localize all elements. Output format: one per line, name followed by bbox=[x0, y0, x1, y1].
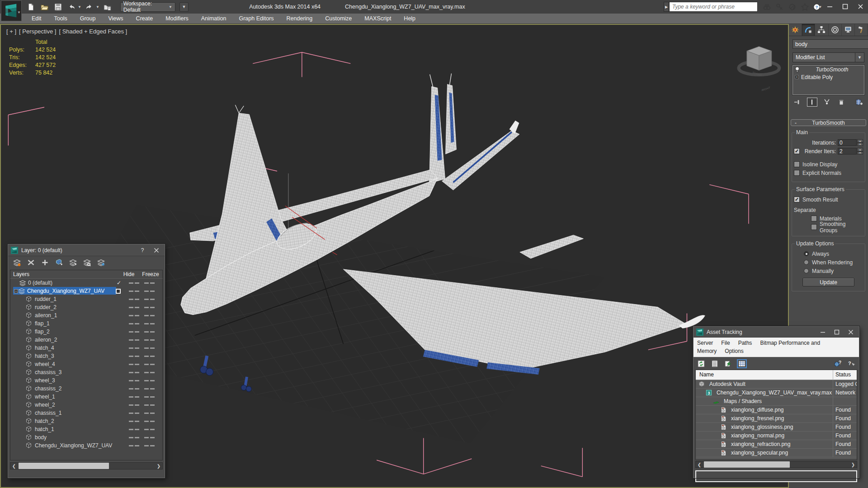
asset-menu-server[interactable]: Server bbox=[697, 340, 713, 346]
explicit-normals-checkbox[interactable] bbox=[794, 170, 800, 176]
layer-row-rudder-2[interactable]: rudder_2 bbox=[10, 303, 162, 311]
asset-row-xianglong-refraction-png[interactable]: xianglong_refraction.pngFound bbox=[696, 440, 857, 449]
scroll-right-icon[interactable]: ❯ bbox=[155, 463, 162, 469]
hide-toggle[interactable] bbox=[129, 291, 139, 292]
freeze-toggle[interactable] bbox=[144, 421, 155, 422]
menu-animation[interactable]: Animation bbox=[195, 14, 233, 24]
layer-row-chassiss-2[interactable]: chassiss_2 bbox=[10, 385, 162, 393]
asset-row-maps-shaders[interactable]: Maps / Shaders bbox=[696, 397, 857, 406]
freeze-toggle[interactable] bbox=[144, 356, 155, 357]
menu-graph-editors[interactable]: Graph Editors bbox=[232, 14, 280, 24]
layer-row-wheel-2[interactable]: wheel_2 bbox=[10, 401, 162, 409]
asset-minimize-button[interactable] bbox=[817, 328, 828, 337]
layer-row-rudder-1[interactable]: rudder_1 bbox=[10, 295, 162, 303]
layer-row-chassiss-3[interactable]: chassiss_3 bbox=[10, 368, 162, 376]
search-binoculars-button[interactable] bbox=[761, 2, 772, 12]
radio-always[interactable]: Always bbox=[804, 250, 863, 257]
hide-toggle[interactable] bbox=[129, 413, 139, 414]
hide-toggle[interactable] bbox=[129, 421, 139, 422]
hide-toggle[interactable] bbox=[129, 331, 139, 333]
radio-icon[interactable] bbox=[804, 251, 809, 256]
asset-row-xianglong-glossiness-png[interactable]: xianglong_glossiness.pngFound bbox=[696, 423, 857, 432]
make-unique-button[interactable] bbox=[822, 98, 832, 107]
asset-retarget-button[interactable] bbox=[723, 359, 733, 368]
smoothing-groups-checkbox[interactable] bbox=[811, 224, 817, 230]
asset-report-view-button[interactable] bbox=[710, 359, 720, 368]
hide-toggle[interactable] bbox=[129, 404, 139, 406]
asset-row-xianglong-fresnel-png[interactable]: xianglong_fresnel.pngFound bbox=[696, 414, 857, 423]
radio-icon[interactable] bbox=[804, 260, 809, 265]
search-input[interactable] bbox=[669, 2, 758, 12]
update-button[interactable]: Update bbox=[802, 278, 854, 286]
menu-rendering[interactable]: Rendering bbox=[280, 14, 319, 24]
remove-modifier-button[interactable] bbox=[836, 98, 846, 107]
menu-maxscript[interactable]: MAXScript bbox=[358, 14, 397, 24]
freeze-toggle[interactable] bbox=[144, 323, 155, 324]
radio-icon[interactable] bbox=[804, 268, 809, 273]
tab-motion[interactable] bbox=[829, 24, 842, 36]
configure-modifier-sets-button[interactable] bbox=[854, 98, 864, 107]
asset-menu-bitmap-performance-and-memory[interactable]: Bitmap Performance and Memory bbox=[697, 340, 820, 354]
hide-toggle[interactable] bbox=[129, 380, 139, 381]
menu-tools[interactable]: Tools bbox=[48, 14, 74, 24]
freeze-toggle[interactable] bbox=[144, 291, 155, 292]
asset-refresh-button[interactable] bbox=[696, 359, 706, 368]
hide-toggle[interactable] bbox=[129, 437, 139, 438]
current-layer-check-icon[interactable]: ✓ bbox=[115, 280, 123, 286]
object-name-field[interactable] bbox=[793, 39, 868, 49]
layer-row-wheel-1[interactable]: wheel_1 bbox=[10, 393, 162, 401]
scroll-thumb[interactable] bbox=[19, 463, 109, 469]
freeze-toggle[interactable] bbox=[144, 445, 155, 446]
layer-row-hatch-2[interactable]: hatch_2 bbox=[10, 417, 162, 425]
asset-web-help-button[interactable]: ? bbox=[833, 359, 843, 368]
layer-help-button[interactable]: ? bbox=[137, 246, 148, 255]
layer-row-hatch-1[interactable]: hatch_1 bbox=[10, 425, 162, 433]
render-iters-field[interactable]: 2 bbox=[838, 148, 857, 155]
hide-toggle[interactable] bbox=[129, 339, 139, 341]
hide-toggle[interactable] bbox=[129, 356, 139, 357]
asset-menu-file[interactable]: File bbox=[721, 340, 730, 346]
hide-toggle[interactable] bbox=[129, 364, 139, 365]
freeze-toggle[interactable] bbox=[144, 396, 155, 398]
pin-stack-button[interactable] bbox=[793, 98, 802, 107]
asset-close-button[interactable] bbox=[845, 328, 856, 337]
show-end-result-button[interactable] bbox=[807, 98, 817, 107]
layer-row-chengdu-xianglong-wz7-uav[interactable]: Chengdu_Xianglong_WZ7_UAV bbox=[10, 441, 162, 450]
scroll-right-icon[interactable]: ❯ bbox=[849, 461, 857, 468]
layer-row-hatch-4[interactable]: hatch_4 bbox=[10, 344, 162, 352]
layer-dialog-titlebar[interactable]: Layer: 0 (default) ? bbox=[8, 244, 165, 256]
favorites-button[interactable] bbox=[799, 2, 810, 12]
tab-create[interactable] bbox=[789, 24, 802, 36]
menu-modifiers[interactable]: Modifiers bbox=[159, 14, 195, 24]
stack-item-turbosmooth[interactable]: TurboSmooth bbox=[793, 66, 864, 73]
layer-row-chengdu-xianglong-wz7-uav[interactable]: −Chengdu_Xianglong_WZ7_UAV bbox=[10, 287, 162, 295]
layer-row-wheel-4[interactable]: wheel_4 bbox=[10, 360, 162, 368]
smooth-result-checkbox[interactable]: ✓ bbox=[794, 197, 800, 202]
layer-row-chassiss-1[interactable]: chassiss_1 bbox=[10, 409, 162, 417]
menu-create[interactable]: Create bbox=[130, 14, 160, 24]
collapse-icon[interactable]: − bbox=[14, 289, 18, 293]
current-layer-box-icon[interactable] bbox=[116, 289, 121, 294]
freeze-toggle[interactable] bbox=[144, 388, 155, 389]
radio-when-rendering[interactable]: When Rendering bbox=[804, 259, 863, 266]
asset-row-xianglong-normal-png[interactable]: xianglong_normal.pngFound bbox=[696, 432, 857, 440]
tab-utilities[interactable] bbox=[855, 24, 868, 36]
render-iters-spinner[interactable]: ▲▼ bbox=[857, 148, 863, 155]
key-shortcuts-button[interactable] bbox=[774, 2, 785, 12]
hide-toggle[interactable] bbox=[129, 429, 139, 430]
minimize-button[interactable] bbox=[822, 0, 837, 13]
freeze-toggle[interactable] bbox=[144, 372, 155, 373]
layer-row-flap-2[interactable]: flap_2 bbox=[10, 328, 162, 336]
add-to-layer-button[interactable] bbox=[40, 258, 50, 267]
freeze-toggle[interactable] bbox=[144, 347, 155, 349]
asset-hscrollbar[interactable]: ❮ ❯ bbox=[695, 461, 857, 468]
stack-item-editable-poly[interactable]: + Editable Poly bbox=[793, 73, 864, 81]
hide-toggle[interactable] bbox=[129, 396, 139, 398]
hide-toggle[interactable] bbox=[129, 388, 139, 389]
menu-edit[interactable]: Edit bbox=[25, 14, 48, 24]
asset-menu-options[interactable]: Options bbox=[725, 348, 743, 354]
freeze-toggle[interactable] bbox=[144, 429, 155, 430]
radio-manually[interactable]: Manually bbox=[804, 267, 863, 274]
hide-toggle[interactable] bbox=[129, 315, 139, 316]
freeze-toggle[interactable] bbox=[144, 413, 155, 414]
